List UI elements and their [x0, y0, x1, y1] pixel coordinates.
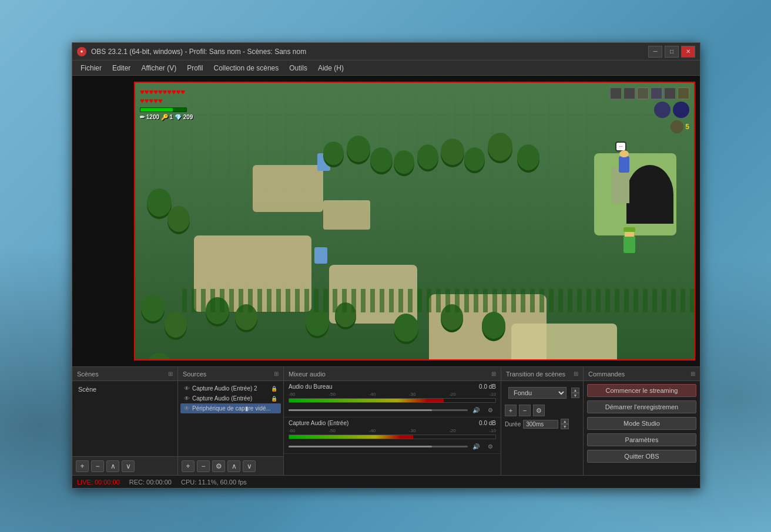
transition-settings-btn[interactable]: ⚙ — [533, 405, 545, 416]
source-eye-icon-1[interactable]: 👁 — [184, 395, 190, 402]
transition-spin-down[interactable]: ▼ — [571, 393, 579, 398]
menu-profil[interactable]: Profil — [182, 63, 207, 73]
source-name-2: Périphérique de cap▮re vidé... — [192, 405, 277, 412]
source-lock-icon-1[interactable]: 🔒 — [271, 396, 277, 402]
window-controls: ─ □ ✕ — [648, 46, 695, 58]
start-streaming-button[interactable]: Commencer le streaming — [587, 384, 696, 397]
transition-panel-icon[interactable]: ⊞ — [574, 371, 578, 377]
sources-remove-button[interactable]: − — [197, 460, 210, 472]
audio-panel-header: Mixeur audio ⊞ — [284, 367, 501, 381]
studio-mode-button[interactable]: Mode Studio — [587, 417, 696, 430]
sources-panel-title: Sources — [183, 371, 206, 378]
audio-mute-0[interactable]: 🔊 — [470, 405, 482, 415]
transition-panel: Transition de scènes ⊞ Fondu ▲ ▼ + − ⚙ — [501, 367, 584, 475]
npc-character — [619, 156, 629, 173]
commands-panel-icon[interactable]: ⊞ — [690, 371, 695, 377]
audio-controls-1: 🔊 ⚙ — [289, 442, 496, 451]
cave-steps — [612, 168, 629, 203]
audio-track-db-1: 0.0 dB — [479, 420, 496, 426]
start-recording-button[interactable]: Démarrer l'enregistremen — [587, 400, 696, 413]
scenes-down-button[interactable]: ∨ — [122, 460, 135, 472]
scenes-remove-button[interactable]: − — [91, 460, 104, 472]
close-button[interactable]: ✕ — [681, 46, 695, 58]
item-icon — [678, 87, 689, 99]
commands-panel-header: Commandes ⊞ — [584, 367, 700, 381]
menu-outils[interactable]: Outils — [284, 63, 312, 73]
title-bar: ● OBS 23.2.1 (64-bit, windows) - Profil:… — [72, 43, 700, 60]
tree-left-1 — [147, 188, 172, 217]
source-item-1[interactable]: 👁 Capture Audio (Entrée) 🔒 — [180, 393, 281, 403]
duration-row: Durée ▲ ▼ — [501, 419, 583, 432]
scenes-add-button[interactable]: + — [76, 460, 89, 472]
stone-patch — [253, 165, 323, 212]
menu-editer[interactable]: Editer — [108, 63, 135, 73]
scenes-panel-icon[interactable]: ⊞ — [168, 371, 173, 377]
stat-bar — [140, 107, 187, 112]
source-item-2[interactable]: 👁 Périphérique de cap▮re vidé... — [180, 403, 281, 413]
item-icon — [637, 87, 649, 99]
stat-bar-fill — [140, 108, 173, 112]
scenes-panel-content: Scène — [72, 381, 177, 456]
source-item-0[interactable]: 👁 Capture Audio (Entrée) 2 🔒 — [180, 383, 281, 393]
audio-settings-0[interactable]: ⚙ — [484, 405, 496, 415]
source-lock-icon-0[interactable]: 🔒 — [271, 386, 277, 392]
volume-slider-0[interactable] — [289, 409, 468, 411]
duration-spin-up[interactable]: ▲ — [561, 419, 569, 424]
volume-slider-fill-1 — [289, 446, 432, 447]
menu-aide[interactable]: Aide (H) — [313, 63, 348, 73]
transition-select-row: Fondu ▲ ▼ — [505, 383, 579, 402]
hud-left: ♥♥♥♥♥♥♥♥♥♥ ♥♥♥♥♥ ✏ 1200 🔑 1 💎 209 — [140, 87, 193, 120]
transition-add-btn[interactable]: + — [505, 405, 517, 416]
scenes-panel-title: Scènes — [77, 371, 99, 378]
transition-content: Fondu ▲ ▼ + − ⚙ Durée ▲ — [501, 381, 583, 475]
transition-remove-btn[interactable]: − — [519, 405, 531, 416]
menu-afficher[interactable]: Afficher (V) — [136, 63, 181, 73]
sources-down-button[interactable]: ∨ — [243, 460, 256, 472]
sources-panel-footer: + − ⚙ ∧ ∨ — [178, 456, 283, 475]
tree-3 — [370, 147, 393, 172]
volume-slider-fill-0 — [289, 409, 432, 411]
stone-patch-6 — [511, 324, 617, 361]
tree-1 — [323, 142, 344, 165]
sources-add-button[interactable]: + — [182, 460, 195, 472]
scene-item-scene[interactable]: Scène — [75, 383, 175, 395]
scenes-up-button[interactable]: ∧ — [106, 460, 119, 472]
quit-obs-button[interactable]: Quitter OBS — [587, 450, 696, 463]
duration-spin: ▲ ▼ — [561, 419, 569, 429]
audio-track-name-1: Capture Audio (Entrée) — [289, 420, 348, 426]
transition-mode-select[interactable]: Fondu — [508, 387, 566, 399]
audio-meter-fill-1 — [289, 435, 413, 439]
audio-panel-icon[interactable]: ⊞ — [491, 371, 496, 377]
duration-label: Durée — [505, 421, 521, 427]
audio-settings-1[interactable]: ⚙ — [484, 442, 496, 451]
menu-fichier[interactable]: Fichier — [76, 63, 106, 73]
item-icons — [610, 87, 689, 99]
audio-labels-0: -60 -50 -40 -30 -20 -10 — [289, 392, 496, 397]
character — [623, 235, 635, 253]
sources-panel-icon[interactable]: ⊞ — [274, 371, 279, 377]
tree-4 — [394, 150, 414, 174]
audio-mute-1[interactable]: 🔊 — [470, 442, 482, 451]
source-eye-icon-0[interactable]: 👁 — [184, 385, 190, 392]
source-eye-icon-2[interactable]: 👁 — [184, 405, 190, 412]
obs-window: ● OBS 23.2.1 (64-bit, windows) - Profil:… — [72, 42, 700, 489]
item-icon — [651, 87, 662, 99]
settings-button[interactable]: Paramètres — [587, 433, 696, 446]
hearts-row-2: ♥♥♥♥♥ — [140, 96, 193, 105]
tree-8 — [488, 133, 512, 161]
minimize-button[interactable]: ─ — [648, 46, 662, 58]
commands-panel-title: Commandes — [588, 371, 625, 378]
audio-tracks-container: Audio du Bureau 0.0 dB -60 -50 -40 -30 -… — [284, 381, 501, 475]
menu-collection[interactable]: Collection de scènes — [209, 63, 284, 73]
volume-slider-1[interactable] — [289, 446, 468, 447]
tree-bot-5 — [394, 314, 418, 342]
sources-settings-button[interactable]: ⚙ — [212, 460, 225, 472]
duration-input[interactable] — [523, 420, 558, 429]
tree-left-3 — [141, 294, 165, 321]
item-icon — [664, 87, 676, 99]
duration-spin-down[interactable]: ▼ — [561, 424, 569, 429]
cave-entrance — [626, 165, 673, 224]
transition-spin-up[interactable]: ▲ — [571, 388, 579, 393]
sources-up-button[interactable]: ∧ — [227, 460, 240, 472]
maximize-button[interactable]: □ — [665, 46, 679, 58]
